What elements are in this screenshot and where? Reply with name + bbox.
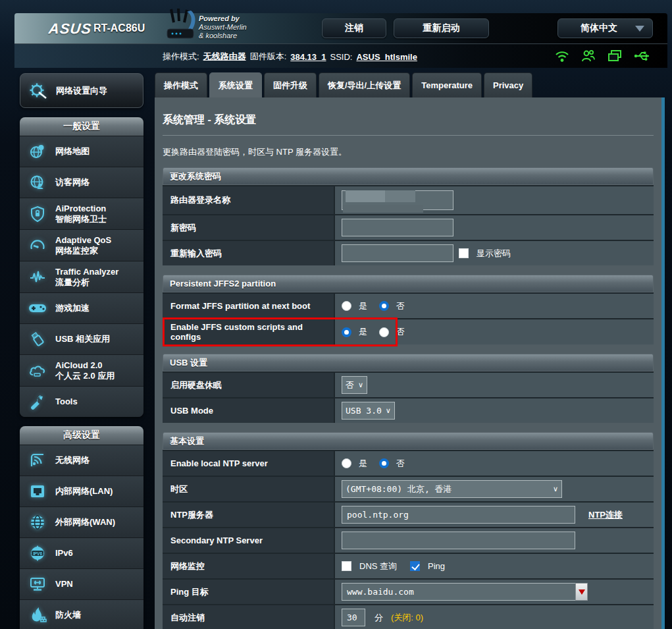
sidebar-item-vpn[interactable]: VPN <box>20 568 143 599</box>
local-ntp-no-radio[interactable] <box>379 458 389 468</box>
top-banner: ASUS RT-AC86U Powered by Asuswrt-Merlin … <box>14 13 667 44</box>
divider <box>163 135 654 136</box>
usb-mode-select[interactable]: USB 3.0∨ <box>342 402 395 420</box>
users-icon[interactable] <box>581 49 596 63</box>
jffs-scripts-yes-radio[interactable] <box>342 327 351 337</box>
form-row-ping-target: Ping 目标 <box>163 578 654 604</box>
sidebar-item-wan[interactable]: 外部网络(WAN) <box>20 506 143 537</box>
sidebar-item-label: VPN <box>55 579 73 589</box>
sidebar-item-label: 访客网络 <box>55 177 90 188</box>
section-header: 更改系统密码 <box>163 167 654 185</box>
sidebar-item-usb-apps[interactable]: USB 相关应用 <box>20 323 143 354</box>
sidebar-item-ipv6[interactable]: IPV6 IPv6 <box>20 537 143 568</box>
sidebar-item-label: AiCloud 2.0 个人云 2.0 应用 <box>55 360 115 381</box>
new-password-input[interactable] <box>342 219 453 236</box>
field-label: Format JFFS partition at next boot <box>163 294 335 318</box>
field-label: Secondary NTP Server <box>163 528 335 553</box>
sidebar-group-advanced: 高级设置 无线网络 <box>20 426 143 629</box>
section-usb: USB 设置 启用硬盘休眠 否∨ USB Mode U <box>163 354 654 423</box>
tab-system-settings[interactable]: 系统设置 <box>209 72 262 97</box>
language-label: 简体中文 <box>581 22 617 34</box>
ping-target-combo <box>342 583 588 601</box>
app-window: ASUS RT-AC86U Powered by Asuswrt-Merlin … <box>14 13 667 629</box>
field-label: NTP服务器 <box>163 503 335 527</box>
clients-icon[interactable] <box>607 49 623 63</box>
sidebar-item-game-boost[interactable]: 游戏加速 <box>20 292 143 323</box>
asus-logo: ASUS <box>48 20 93 38</box>
field-label: 时区 <box>163 477 335 501</box>
disable-hint: (关闭: 0) <box>391 612 423 624</box>
usb-icon[interactable] <box>633 49 652 63</box>
hdd-sleep-select[interactable]: 否∨ <box>342 376 367 394</box>
login-name-input[interactable] <box>342 190 453 210</box>
form-row-timezone: 时区 (GMT+08:00) 北京, 香港∨ <box>163 476 654 501</box>
combo-dropdown-button[interactable] <box>575 583 588 601</box>
ntp-server-input[interactable] <box>342 506 575 524</box>
field-label: Enable local NTP server <box>163 451 335 476</box>
form-row-network-monitor: 网络监控 DNS 查询 Ping <box>163 553 654 578</box>
tab-temperature[interactable]: Temperature <box>412 72 482 97</box>
section-change-password: 更改系统密码 路由器登录名称 新密码 <box>163 167 654 265</box>
sidebar-item-label: IPv6 <box>55 548 73 559</box>
checkbox-label: DNS 查询 <box>359 561 397 572</box>
language-dropdown[interactable]: 简体中文 <box>557 18 653 38</box>
ping-checkbox[interactable] <box>410 561 420 571</box>
tab-restore-save-upload[interactable]: 恢复/导出/上传设置 <box>319 72 410 97</box>
secondary-ntp-input[interactable] <box>342 532 575 549</box>
auto-logout-input[interactable] <box>342 609 365 626</box>
firmware-label: 固件版本: <box>250 51 287 63</box>
logout-button[interactable]: 注销 <box>322 18 386 38</box>
tab-operation-mode[interactable]: 操作模式 <box>155 72 207 97</box>
form-row-ntp-server: NTP服务器 NTP连接 <box>163 501 654 527</box>
sidebar-item-label: 无线网络 <box>55 455 90 466</box>
ssid-value[interactable]: ASUS_htlsmile <box>356 52 417 62</box>
op-mode-value[interactable]: 无线路由器 <box>203 51 246 63</box>
sidebar-item-guest-network[interactable]: 访客网络 <box>20 167 143 198</box>
dns-query-checkbox[interactable] <box>342 561 351 571</box>
reboot-button[interactable]: 重新启动 <box>394 18 489 38</box>
format-jffs-no-radio[interactable] <box>379 301 389 311</box>
sidebar-item-label: Traffic Analyzer 流量分析 <box>55 267 118 288</box>
local-ntp-yes-radio[interactable] <box>342 458 351 468</box>
form-row-auto-logout: 自动注销 分 (关闭: 0) <box>163 604 654 629</box>
form-row-jffs-scripts: Enable JFFS custom scripts and configs 是… <box>163 318 654 344</box>
field-label: 自动注销 <box>163 605 335 629</box>
sidebar-item-traffic-analyzer[interactable]: Traffic Analyzer 流量分析 <box>20 261 143 292</box>
sidebar: 网络设置向导 一般设置 网络地图 <box>20 68 143 629</box>
timezone-select[interactable]: (GMT+08:00) 北京, 香港∨ <box>342 480 562 498</box>
powered-by-text: Powered by Asuswrt-Merlin & koolshare <box>199 14 247 40</box>
setup-wizard-icon <box>27 81 49 101</box>
sidebar-group-title: 高级设置 <box>20 426 143 445</box>
ntp-link[interactable]: NTP连接 <box>588 509 623 521</box>
guest-network-icon <box>26 174 49 191</box>
router-image <box>165 8 199 47</box>
vpn-monitor-icon <box>26 576 49 593</box>
show-password-checkbox[interactable] <box>459 248 469 258</box>
form-row-login-name: 路由器登录名称 <box>163 185 654 214</box>
tab-bar: 操作模式 系统设置 固件升级 恢复/导出/上传设置 Temperature Pr… <box>155 72 665 97</box>
retype-password-input[interactable] <box>342 244 453 262</box>
checkbox-label: 显示密码 <box>477 248 511 260</box>
radio-label: 否 <box>396 326 405 338</box>
page-description: 更换路由器登陆密码，时区与 NTP 服务器设置。 <box>163 146 654 158</box>
jffs-scripts-no-radio[interactable] <box>379 327 389 337</box>
sidebar-item-tools[interactable]: Tools <box>20 386 143 417</box>
sidebar-item-label: Tools <box>55 397 78 407</box>
sidebar-item-aiprotection[interactable]: AiProtection 智能网络卫士 <box>20 198 143 229</box>
sidebar-group-title: 一般设置 <box>20 117 143 136</box>
sidebar-item-wireless[interactable]: 无线网络 <box>20 445 143 476</box>
ping-target-input[interactable] <box>342 583 575 601</box>
sidebar-item-aicloud[interactable]: AiCloud 2.0 个人云 2.0 应用 <box>20 354 143 386</box>
wifi-icon[interactable] <box>554 49 570 63</box>
sidebar-item-lan[interactable]: 内部网络(LAN) <box>20 476 143 506</box>
gauge-icon <box>26 237 49 254</box>
tab-firmware-upgrade[interactable]: 固件升级 <box>264 72 317 97</box>
ipv6-icon: IPV6 <box>26 545 49 562</box>
tab-privacy[interactable]: Privacy <box>484 72 532 97</box>
sidebar-item-network-map[interactable]: 网络地图 <box>20 136 143 167</box>
format-jffs-yes-radio[interactable] <box>342 301 351 311</box>
sidebar-item-firewall[interactable]: 防火墙 <box>20 599 143 629</box>
firmware-value[interactable]: 384.13_1 <box>290 52 326 62</box>
sidebar-item-setup-wizard[interactable]: 网络设置向导 <box>20 73 143 108</box>
sidebar-item-adaptive-qos[interactable]: Adaptive QoS 网络监控家 <box>20 229 143 261</box>
